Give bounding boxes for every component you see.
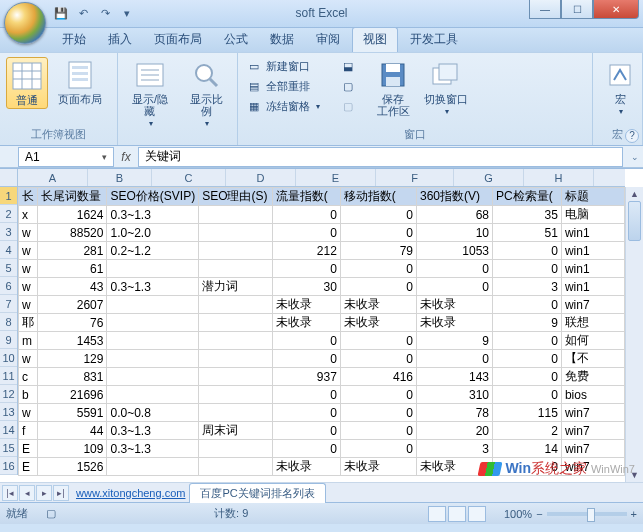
cell[interactable]: w <box>19 404 38 422</box>
view-shortcut-pagebreak[interactable] <box>468 506 486 522</box>
cell[interactable] <box>199 458 273 476</box>
cell[interactable] <box>107 314 199 332</box>
maximize-button[interactable]: ☐ <box>561 0 593 19</box>
cell[interactable]: 0 <box>272 422 340 440</box>
view-shortcut-normal[interactable] <box>428 506 446 522</box>
cell[interactable]: 0 <box>417 278 493 296</box>
cell[interactable]: 0 <box>272 386 340 404</box>
cell[interactable]: 长 <box>19 188 38 206</box>
cell[interactable]: 2 <box>493 422 562 440</box>
cell[interactable]: win1 <box>561 278 624 296</box>
cell[interactable]: 129 <box>38 350 107 368</box>
cell[interactable]: 9 <box>417 332 493 350</box>
cell[interactable]: 0 <box>493 386 562 404</box>
cell[interactable] <box>199 332 273 350</box>
sheet-nav-first-icon[interactable]: |◂ <box>2 485 18 501</box>
tab-0[interactable]: 开始 <box>52 28 96 52</box>
qat-more-icon[interactable]: ▾ <box>118 5 136 23</box>
switch-windows-button[interactable]: 切换窗口▾ <box>420 57 472 118</box>
tab-3[interactable]: 公式 <box>214 28 258 52</box>
tab-5[interactable]: 审阅 <box>306 28 350 52</box>
cell[interactable] <box>107 260 199 278</box>
row-header-7[interactable]: 7 <box>0 295 17 313</box>
cell[interactable] <box>199 242 273 260</box>
cell[interactable]: win7 <box>561 422 624 440</box>
cell[interactable]: 0 <box>272 260 340 278</box>
cell[interactable]: 电脑 <box>561 206 624 224</box>
tab-4[interactable]: 数据 <box>260 28 304 52</box>
office-button[interactable] <box>4 2 46 44</box>
row-header-1[interactable]: 1 <box>0 187 17 205</box>
zoom-value[interactable]: 100% <box>504 508 532 520</box>
cell[interactable]: 周末词 <box>199 422 273 440</box>
cell[interactable]: 0 <box>340 440 416 458</box>
tab-2[interactable]: 页面布局 <box>144 28 212 52</box>
cell[interactable]: 115 <box>493 404 562 422</box>
cell[interactable]: 310 <box>417 386 493 404</box>
cell[interactable]: w <box>19 260 38 278</box>
cell[interactable]: 3 <box>417 440 493 458</box>
cell[interactable]: 0 <box>493 242 562 260</box>
new-window-button[interactable]: ▭新建窗口 <box>244 57 322 75</box>
cell[interactable]: 0 <box>493 260 562 278</box>
tab-6[interactable]: 视图 <box>352 27 398 52</box>
cell[interactable]: 未收录 <box>417 458 493 476</box>
cell[interactable]: w <box>19 350 38 368</box>
row-header-5[interactable]: 5 <box>0 259 17 277</box>
row-header-8[interactable]: 8 <box>0 313 17 331</box>
cell[interactable]: SEO价格(SVIP) <box>107 188 199 206</box>
cell[interactable]: win1 <box>561 260 624 278</box>
cell[interactable]: 0 <box>272 206 340 224</box>
name-box-dropdown-icon[interactable]: ▾ <box>102 152 107 162</box>
cell[interactable]: m <box>19 332 38 350</box>
qat-undo-icon[interactable]: ↶ <box>74 5 92 23</box>
split-button[interactable]: ⬓ <box>338 57 358 75</box>
cell[interactable]: 0 <box>340 224 416 242</box>
cell[interactable]: 831 <box>38 368 107 386</box>
formula-bar[interactable]: 关键词 <box>138 147 623 167</box>
name-box[interactable]: A1 ▾ <box>18 147 114 167</box>
cell[interactable]: E <box>19 440 38 458</box>
cell[interactable]: 0.0~0.8 <box>107 404 199 422</box>
cell[interactable]: 长尾词数量 <box>38 188 107 206</box>
scroll-down-arrow-icon[interactable]: ▼ <box>626 468 643 482</box>
cell[interactable] <box>107 368 199 386</box>
cell[interactable]: win7 <box>561 404 624 422</box>
arrange-all-button[interactable]: ▤全部重排 <box>244 77 322 95</box>
cell[interactable]: 0 <box>340 386 416 404</box>
save-workspace-button[interactable]: 保存 工作区 <box>372 57 414 119</box>
fx-icon[interactable]: fx <box>114 150 138 164</box>
cell[interactable]: 【不 <box>561 350 624 368</box>
close-button[interactable]: ✕ <box>593 0 639 19</box>
unhide-button[interactable]: ▢ <box>338 97 358 115</box>
cell[interactable]: 0 <box>272 404 340 422</box>
cell[interactable] <box>199 386 273 404</box>
cell[interactable]: 0 <box>493 296 562 314</box>
minimize-button[interactable]: — <box>529 0 561 19</box>
cell[interactable] <box>199 206 273 224</box>
macros-button[interactable]: 宏▾ <box>599 57 641 118</box>
cell[interactable]: 0 <box>493 368 562 386</box>
cell[interactable] <box>199 368 273 386</box>
cell[interactable]: 移动指数( <box>340 188 416 206</box>
cell[interactable]: 未收录 <box>417 314 493 332</box>
col-header-H[interactable]: H <box>524 169 594 186</box>
cell[interactable]: 0 <box>340 350 416 368</box>
zoom-slider[interactable] <box>547 512 627 516</box>
cell[interactable]: win7 <box>561 458 624 476</box>
cell[interactable]: 1526 <box>38 458 107 476</box>
cell[interactable]: 416 <box>340 368 416 386</box>
cell[interactable]: 143 <box>417 368 493 386</box>
row-header-16[interactable]: 16 <box>0 457 17 475</box>
cell[interactable]: win1 <box>561 242 624 260</box>
cell[interactable]: 30 <box>272 278 340 296</box>
cell[interactable]: 免费 <box>561 368 624 386</box>
cell[interactable]: 88520 <box>38 224 107 242</box>
cell[interactable]: 0.2~1.2 <box>107 242 199 260</box>
cell[interactable]: 61 <box>38 260 107 278</box>
cell[interactable] <box>199 350 273 368</box>
cell[interactable] <box>199 296 273 314</box>
cell[interactable]: 未收录 <box>417 296 493 314</box>
cell[interactable]: 标题 <box>561 188 624 206</box>
scroll-up-arrow-icon[interactable]: ▲ <box>626 187 643 201</box>
